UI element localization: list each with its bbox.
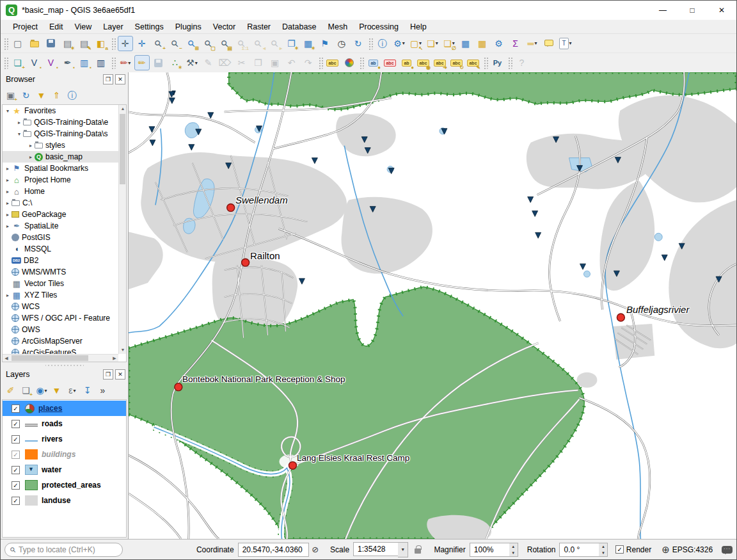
delete-selected-button[interactable]: ⌦ [218,55,233,70]
map-canvas[interactable]: Swellendam Railton Buffeljagsrivier Bont… [129,72,736,539]
messages-button[interactable]: ··· [722,546,733,554]
layer-styling-button[interactable] [342,55,357,70]
layer-visibility-checkbox[interactable]: ✓ [12,435,20,444]
layer-visibility-checkbox[interactable]: ✓ [12,466,20,474]
new-print-layout-button[interactable]: ▤ ✶ [60,36,75,51]
new-3d-map-view-button[interactable]: ▦ ✶ [301,36,316,51]
browser-item-arcgis-map-server[interactable]: ArcGisMapServer [3,335,118,347]
locate-box[interactable]: ⚲ [4,543,123,557]
browser-item-training-data-e[interactable]: ▸ QGIS-Training-Data\e [3,116,118,128]
expander-icon[interactable]: ▸ [4,212,12,218]
layer-row-places[interactable]: ✓ places [3,401,126,416]
map-tips-button[interactable] [541,36,557,51]
magnifier-stepper[interactable]: ▲ ▼ [509,543,518,557]
browser-item-vector-tiles[interactable]: Vector Tiles [3,278,118,289]
help-button[interactable]: ? [514,55,530,70]
rotation-stepper[interactable]: ▲ ▼ [599,543,608,557]
expander-icon[interactable]: ▾ [15,131,23,137]
zoom-to-layer-button[interactable]: ⚲ ▤ [218,36,233,51]
layer-visibility-checkbox[interactable]: ✓ [12,451,20,459]
browser-item-c-drive[interactable]: ▸ C:\ [3,197,118,209]
expander-icon[interactable]: ▸ [15,120,23,125]
menu-database[interactable]: Database [276,20,322,34]
layers-add-group-button[interactable]: ❏ + [19,383,33,397]
expander-icon[interactable]: ▸ [4,189,12,195]
layer-row-protected-areas[interactable]: ✓ protected_areas [3,477,126,493]
layer-row-water[interactable]: ✓ water [3,462,126,477]
rotate-label-button[interactable]: abc ↻ [449,55,464,70]
scroll-up-icon[interactable]: ▲ [119,105,127,113]
zoom-in-button[interactable]: ⚲ + [151,36,166,51]
browser-item-postgis[interactable]: PostGIS [3,232,118,243]
browser-item-wcs[interactable]: WCS [3,301,118,312]
crs-label[interactable]: EPSG:4326 [672,545,713,554]
browser-item-favorites[interactable]: ▾ Favorites [3,105,118,116]
new-temporary-scratch-layer-button[interactable]: ✒ ▪ [60,55,75,70]
menu-vector[interactable]: Vector [207,20,241,34]
browser-item-project-home[interactable]: ▸ Project Home [3,174,118,186]
coordinate-input[interactable]: 20.5470,-34.0360 [238,543,310,557]
browser-add-layer-button[interactable]: ▣ + [4,88,18,102]
browser-item-spatialite[interactable]: ▸ SpatiaLite [3,220,118,232]
scrollbar-thumb[interactable] [12,355,88,361]
browser-item-styles[interactable]: ▸ styles [3,140,118,151]
open-project-button[interactable] [27,36,42,51]
magnifier-spinbox[interactable]: 100% ▲ ▼ [470,543,518,557]
layers-filter-legend-button[interactable]: ▼ [50,383,64,397]
layers-expand-collapse-button[interactable]: ↧ [81,383,95,397]
add-point-feature-button[interactable]: ∴ ✶ [168,55,183,70]
browser-item-home[interactable]: ▸ Home [3,186,118,197]
save-layer-edits-button[interactable] [151,55,166,70]
spin-up-icon[interactable]: ▲ [509,543,518,550]
highlight-pinned-labels-button[interactable]: abc [383,55,398,70]
scroll-right-icon[interactable]: ▶ [111,355,118,362]
browser-item-ows[interactable]: OWS [3,324,118,335]
select-by-value-button[interactable]: ❏ ▾ [425,36,440,51]
layer-row-buildings[interactable]: ✓ buildings [3,447,126,462]
browser-collapse-all-button[interactable]: ⇑ [50,88,64,102]
new-spatialite-layer-button[interactable]: V ▪ [44,55,59,70]
rotation-spinbox[interactable]: 0.0 ° ▲ ▼ [559,543,608,557]
redo-button[interactable]: ↷ [301,55,316,70]
menu-edit[interactable]: Edit [44,20,69,34]
expander-icon[interactable]: ▸ [27,154,35,160]
browser-item-xyz-tiles[interactable]: ▸ XYZ Tiles [3,289,118,301]
scale-combo[interactable]: 1:35428 ▼ [353,542,408,557]
layer-visibility-checkbox[interactable]: ✓ [12,420,20,428]
layer-row-rivers[interactable]: ✓ rivers [3,431,126,447]
temporal-controller-button[interactable]: ◷ [334,36,349,51]
menu-settings[interactable]: Settings [129,20,170,34]
layer-row-roads[interactable]: ✓ roads [3,416,126,431]
pan-to-selection-button[interactable]: ✛ [134,36,150,51]
pin-unpin-labels-button[interactable]: ab ● [399,55,415,70]
field-calculator-button[interactable]: ▦ [475,36,490,51]
layer-visibility-checkbox[interactable]: ✓ [12,481,20,490]
expander-icon[interactable]: ▾ [4,108,12,114]
show-hide-labels-button[interactable]: abc ◉ [416,55,431,70]
layers-float-button[interactable]: ❐ [103,369,113,380]
browser-filter-button[interactable]: ▼ [35,88,49,102]
new-geopackage-layer-button[interactable]: ❏ + [10,55,26,70]
expander-icon[interactable]: ▸ [4,223,12,229]
spin-down-icon[interactable]: ▼ [509,550,518,556]
copy-features-button[interactable]: ❐ [251,55,266,70]
expander-icon[interactable]: ▸ [4,292,12,298]
layer-visibility-checkbox[interactable]: ✓ [12,497,20,505]
show-layout-manager-button[interactable]: ▤ ✎ [77,36,92,51]
processing-toolbox-button[interactable]: ⚙ [491,36,507,51]
layer-visibility-checkbox[interactable]: ✓ [12,404,20,413]
menu-view[interactable]: View [68,20,97,34]
text-annotation-button[interactable]: T ▾ [558,36,573,51]
maximize-button[interactable]: □ [678,1,707,20]
menu-help[interactable]: Help [404,20,432,34]
new-shapefile-layer-button[interactable]: V ▪ [27,55,42,70]
expander-icon[interactable]: ▸ [27,143,35,148]
vertex-tool-button[interactable]: ⚒ ▾ [184,55,200,70]
menu-project[interactable]: Project [7,20,44,34]
measure-button[interactable]: ═ ▾ [525,36,540,51]
scroll-left-icon[interactable]: ◀ [3,355,10,362]
layers-style-manager-button[interactable]: ✐ [4,383,18,397]
toggle-editing-button[interactable]: ✏ [134,55,150,70]
browser-item-db2[interactable]: DB2 [3,255,118,266]
layers-filter-expression-button[interactable]: ε ▾ [65,383,79,397]
